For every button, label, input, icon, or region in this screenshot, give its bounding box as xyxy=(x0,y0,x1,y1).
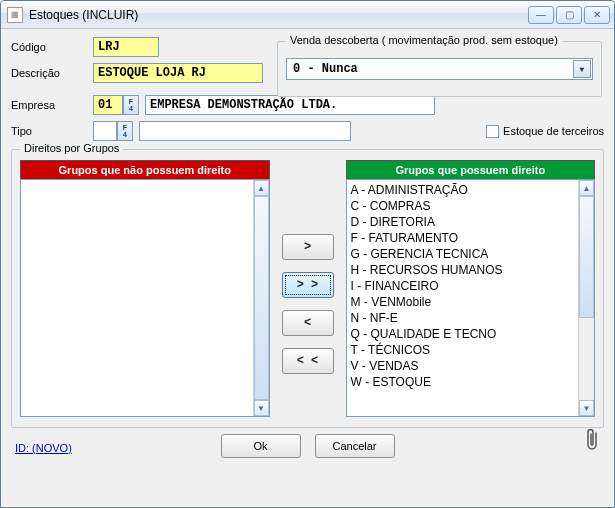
fieldset-direitos: Direitos por Grupos Grupos que não possu… xyxy=(11,149,604,428)
app-icon: ▦ xyxy=(7,7,23,23)
fieldset-venda-descoberta: Venda descoberta ( movimentação prod. se… xyxy=(277,41,602,97)
label-descricao: Descrição xyxy=(11,67,93,79)
f4-lookup-tipo[interactable]: F4 xyxy=(117,121,133,141)
left-listbox[interactable] xyxy=(21,180,253,416)
label-estoque-terceiros: Estoque de terceiros xyxy=(503,125,604,137)
cancel-button[interactable]: Cancelar xyxy=(315,434,395,458)
title-bar: ▦ Estoques (INCLUIR) — ▢ ✕ xyxy=(1,1,614,29)
list-item[interactable]: W - ESTOQUE xyxy=(351,374,575,390)
list-item[interactable]: V - VENDAS xyxy=(351,358,575,374)
window-title: Estoques (INCLUIR) xyxy=(29,8,528,22)
ok-button[interactable]: Ok xyxy=(221,434,301,458)
move-buttons: > > > < < < xyxy=(276,160,340,417)
bottom-bar: ID: (NOVO) Ok Cancelar xyxy=(11,428,604,460)
left-list-header: Grupos que não possuem direito xyxy=(20,160,270,179)
scroll-down-icon[interactable]: ▼ xyxy=(579,400,594,416)
left-group: Grupos que não possuem direito ▲ ▼ xyxy=(20,160,270,417)
move-all-left-button[interactable]: < < xyxy=(282,348,334,374)
input-codigo[interactable]: LRJ xyxy=(93,37,159,57)
f4-lookup-empresa[interactable]: F4 xyxy=(123,95,139,115)
checkbox-estoque-terceiros[interactable] xyxy=(486,125,499,138)
scroll-thumb[interactable] xyxy=(579,196,594,318)
scroll-down-icon[interactable]: ▼ xyxy=(254,400,269,416)
right-list-header: Grupos que possuem direito xyxy=(346,160,596,179)
legend-venda: Venda descoberta ( movimentação prod. se… xyxy=(286,34,562,46)
select-venda-value: 0 - Nunca xyxy=(293,62,358,76)
list-item[interactable]: Q - QUALIDADE E TECNO xyxy=(351,326,575,342)
move-all-right-button[interactable]: > > xyxy=(282,272,334,298)
right-listbox[interactable]: A - ADMINISTRAÇÃOC - COMPRASD - DIRETORI… xyxy=(347,180,579,416)
list-item[interactable]: D - DIRETORIA xyxy=(351,214,575,230)
scroll-up-icon[interactable]: ▲ xyxy=(579,180,594,196)
label-tipo: Tipo xyxy=(11,125,93,137)
input-tipo-desc[interactable] xyxy=(139,121,351,141)
list-item[interactable]: F - FATURAMENTO xyxy=(351,230,575,246)
right-group: Grupos que possuem direito A - ADMINISTR… xyxy=(346,160,596,417)
list-item[interactable]: M - VENMobile xyxy=(351,294,575,310)
paperclip-icon[interactable] xyxy=(584,428,600,458)
input-empresa-name[interactable]: EMPRESA DEMONSTRAÇÃO LTDA. xyxy=(145,95,435,115)
legend-direitos: Direitos por Grupos xyxy=(20,142,123,154)
id-link[interactable]: ID: (NOVO) xyxy=(15,442,72,454)
list-item[interactable]: H - RECURSOS HUMANOS xyxy=(351,262,575,278)
input-tipo-code[interactable] xyxy=(93,121,117,141)
select-venda-descoberta[interactable]: 0 - Nunca ▼ xyxy=(286,58,593,80)
right-scrollbar[interactable]: ▲ ▼ xyxy=(578,180,594,416)
close-button[interactable]: ✕ xyxy=(584,6,610,24)
input-empresa-code[interactable]: 01 xyxy=(93,95,123,115)
minimize-button[interactable]: — xyxy=(528,6,554,24)
input-descricao[interactable]: ESTOQUE LOJA RJ xyxy=(93,63,263,83)
scroll-up-icon[interactable]: ▲ xyxy=(254,180,269,196)
list-item[interactable]: N - NF-E xyxy=(351,310,575,326)
left-scrollbar[interactable]: ▲ ▼ xyxy=(253,180,269,416)
list-item[interactable]: A - ADMINISTRAÇÃO xyxy=(351,182,575,198)
list-item[interactable]: I - FINANCEIRO xyxy=(351,278,575,294)
list-item[interactable]: C - COMPRAS xyxy=(351,198,575,214)
label-empresa: Empresa xyxy=(11,99,93,111)
move-left-button[interactable]: < xyxy=(282,310,334,336)
list-item[interactable]: T - TÉCNICOS xyxy=(351,342,575,358)
list-item[interactable]: G - GERENCIA TECNICA xyxy=(351,246,575,262)
move-right-button[interactable]: > xyxy=(282,234,334,260)
window-frame: ▦ Estoques (INCLUIR) — ▢ ✕ Código LRJ De… xyxy=(0,0,615,508)
maximize-button[interactable]: ▢ xyxy=(556,6,582,24)
label-codigo: Código xyxy=(11,41,93,53)
scroll-thumb[interactable] xyxy=(254,196,269,400)
chevron-down-icon[interactable]: ▼ xyxy=(573,60,591,78)
